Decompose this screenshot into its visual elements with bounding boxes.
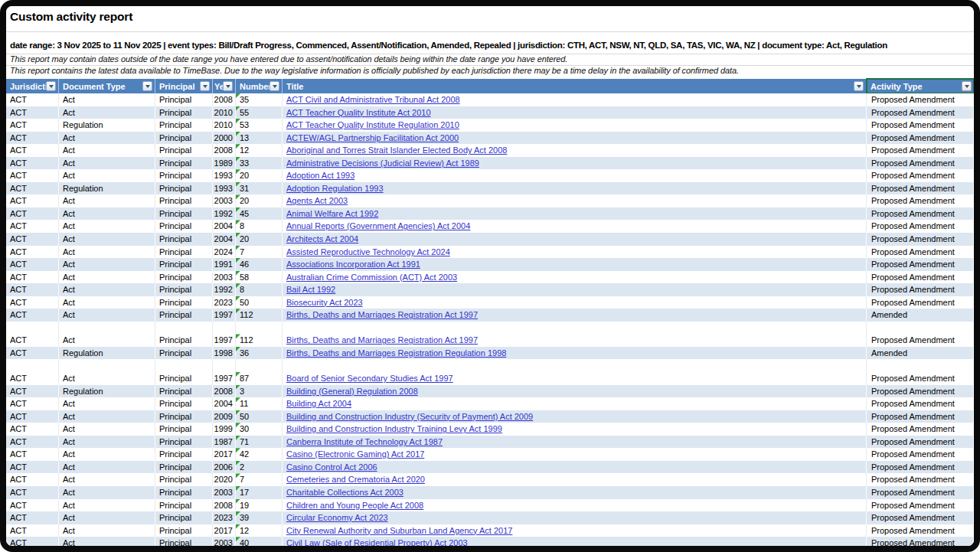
title-link[interactable]: Adoption Act 1993 (286, 171, 354, 180)
cell-number: 2 (236, 461, 283, 474)
title-link[interactable]: ACT Civil and Administrative Tribunal Ac… (286, 95, 460, 104)
cell-jurisdiction: ACT (6, 524, 59, 537)
title-link[interactable]: ACTEW/AGL Partnership Facilitation Act 2… (286, 133, 459, 142)
cell-jurisdiction: ACT (6, 461, 59, 474)
cell-activity-type: Proposed Amendment (867, 144, 974, 157)
cell-number: 20 (236, 194, 283, 207)
title-link[interactable]: Building and Construction Industry Train… (286, 424, 502, 433)
cell-jurisdiction: ACT (6, 144, 59, 157)
title-link[interactable]: Biosecurity Act 2023 (286, 298, 363, 307)
cell-number: 50 (236, 296, 283, 309)
cell-year: 2017 (213, 524, 236, 537)
cell-year: 2008 (213, 385, 236, 398)
cell-principal: Principal (155, 283, 213, 296)
cell-document-type: Act (59, 233, 155, 246)
title-link[interactable]: Circular Economy Act 2023 (286, 513, 388, 522)
chevron-down-icon (203, 85, 207, 88)
title-link[interactable]: Australian Crime Commission (ACT) Act 20… (286, 273, 457, 282)
title-link[interactable]: Annual Reports (Government Agencies) Act… (286, 221, 470, 230)
cell-principal: Principal (155, 524, 213, 537)
cell-number (236, 359, 283, 372)
title-link[interactable]: ACT Teacher Quality Institute Regulation… (286, 120, 459, 129)
chevron-down-icon (226, 85, 230, 88)
spreadsheet-area: Custom activity report date range: 3 Nov… (6, 6, 974, 546)
title-link[interactable]: Building and Construction Industry (Secu… (286, 412, 533, 421)
cell-document-type (59, 322, 155, 335)
title-link[interactable]: Births, Deaths and Marriages Registratio… (286, 335, 478, 345)
title-link[interactable]: Births, Deaths and Marriages Registratio… (286, 348, 506, 358)
cell-activity-type: Proposed Amendment (867, 461, 974, 474)
filter-dropdown-activity-type[interactable] (962, 81, 972, 91)
cell-document-type: Act (59, 486, 155, 499)
cell-year: 2006 (213, 461, 236, 474)
cell-year: 2003 (213, 194, 236, 207)
cell-title: Building Act 2004 (283, 397, 867, 410)
title-link[interactable]: Assisted Reproductive Technology Act 202… (286, 247, 450, 256)
cell-title: Animal Welfare Act 1992 (283, 207, 867, 220)
filter-dropdown-principal[interactable] (200, 81, 210, 91)
title-link[interactable]: City Renewal Authority and Suburban Land… (286, 526, 512, 535)
cell-number: 40 (236, 537, 283, 546)
cell-activity-type: Proposed Amendment (867, 423, 974, 436)
column-header-label: Year (214, 82, 223, 91)
filter-dropdown-year[interactable] (223, 81, 233, 91)
cell-principal: Principal (155, 246, 213, 259)
title-link[interactable]: Administrative Decisions (Judicial Revie… (286, 158, 479, 168)
cell-year: 1987 (213, 436, 236, 449)
cell-year: 2009 (213, 410, 236, 423)
cell-document-type: Act (59, 194, 155, 207)
report-note-date-range: This report may contain dates outside of… (10, 54, 567, 64)
title-link[interactable]: Cemeteries and Crematoria Act 2020 (286, 475, 425, 484)
title-link[interactable]: Births, Deaths and Marriages Registratio… (286, 310, 478, 319)
cell-number: 8 (236, 283, 283, 296)
cell-title: Board of Senior Secondary Studies Act 19… (283, 372, 867, 385)
cell-title: ACTEW/AGL Partnership Facilitation Act 2… (283, 132, 867, 145)
cell-document-type: Act (59, 537, 155, 546)
title-link[interactable]: Children and Young People Act 2008 (286, 501, 423, 510)
cell-title: Building (General) Regulation 2008 (283, 385, 867, 398)
cell-document-type: Act (59, 461, 155, 474)
cell-jurisdiction: ACT (6, 347, 59, 360)
title-link[interactable]: Building (General) Regulation 2008 (286, 387, 418, 396)
title-link[interactable]: Architects Act 2004 (286, 234, 358, 243)
cell-number: 53 (236, 119, 283, 132)
table-row: ACT Act Principal 2024 7 Assisted Reprod… (6, 246, 974, 259)
title-link[interactable]: Associations Incorporation Act 1991 (286, 260, 420, 269)
title-link[interactable]: Agents Act 2003 (286, 196, 348, 205)
cell-year: 2010 (213, 106, 236, 119)
table-row (6, 359, 974, 372)
title-link[interactable]: Casino (Electronic Gaming) Act 2017 (286, 449, 424, 459)
filter-dropdown-document-type[interactable] (142, 81, 152, 91)
cell-document-type: Act (59, 423, 155, 436)
table-row: ACT Act Principal 2023 39 Circular Econo… (6, 511, 974, 524)
cell-number: 7 (236, 246, 283, 259)
filter-dropdown-number[interactable] (270, 81, 279, 91)
title-link[interactable]: Bail Act 1992 (286, 285, 335, 294)
table-row: ACT Act Principal 2010 55 ACT Teacher Qu… (6, 106, 974, 119)
title-link[interactable]: Canberra Institute of Technology Act 198… (286, 437, 443, 446)
cell-jurisdiction: ACT (6, 194, 59, 207)
title-link[interactable]: Board of Senior Secondary Studies Act 19… (286, 374, 453, 383)
cell-activity-type: Proposed Amendment (867, 385, 974, 398)
cell-title: Adoption Act 1993 (283, 169, 867, 182)
cell-principal: Principal (155, 271, 213, 284)
title-link[interactable]: Animal Welfare Act 1992 (286, 209, 378, 218)
cell-document-type: Act (59, 334, 155, 347)
title-link[interactable]: Building Act 2004 (286, 399, 351, 408)
cell-jurisdiction: ACT (6, 385, 59, 398)
title-link[interactable]: Aboriginal and Torres Strait Islander El… (286, 145, 507, 155)
title-link[interactable]: Civil Law (Sale of Residential Property)… (286, 538, 468, 546)
filter-dropdown-title[interactable] (854, 81, 864, 91)
cell-document-type: Act (59, 473, 155, 486)
cell-title: Aboriginal and Torres Strait Islander El… (283, 144, 867, 157)
table-row: ACT Act Principal 2008 12 Aboriginal and… (6, 144, 974, 157)
filter-dropdown-jurisdiction[interactable] (46, 81, 56, 91)
chevron-down-icon (857, 85, 861, 88)
title-link[interactable]: ACT Teacher Quality Institute Act 2010 (286, 108, 431, 117)
title-link[interactable]: Casino Control Act 2006 (286, 462, 377, 472)
cell-activity-type: Amended (867, 309, 974, 322)
title-link[interactable]: Adoption Regulation 1993 (286, 184, 384, 193)
cell-principal: Principal (155, 132, 213, 145)
column-header-number: Number (236, 79, 283, 93)
title-link[interactable]: Charitable Collections Act 2003 (286, 488, 403, 497)
